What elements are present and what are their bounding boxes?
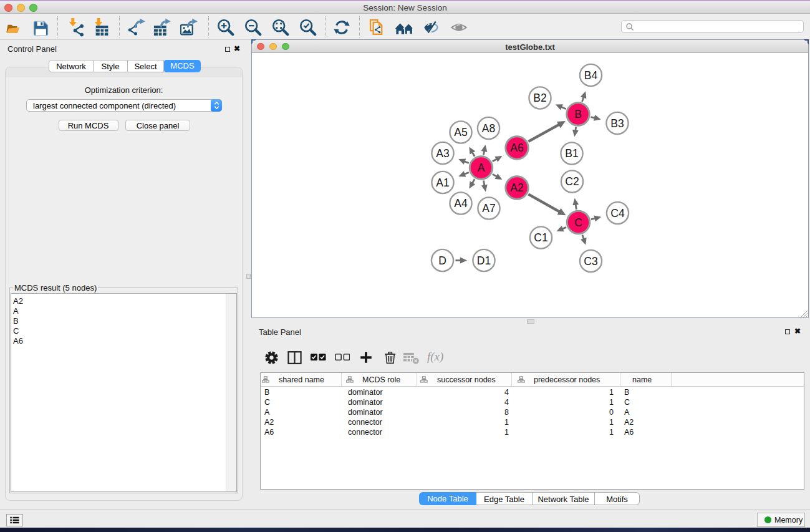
- svg-text:A1: A1: [436, 177, 449, 189]
- svg-text:C3: C3: [584, 255, 597, 268]
- svg-text:A4: A4: [454, 197, 468, 210]
- svg-text:C: C: [574, 216, 582, 229]
- svg-text:C4: C4: [610, 207, 625, 220]
- svg-text:A7: A7: [482, 202, 495, 215]
- svg-text:B: B: [574, 108, 582, 120]
- svg-text:B4: B4: [584, 69, 598, 82]
- svg-text:D: D: [438, 254, 446, 267]
- svg-text:B2: B2: [533, 92, 546, 104]
- svg-text:B1: B1: [565, 147, 578, 160]
- svg-text:A5: A5: [454, 126, 467, 138]
- svg-text:A3: A3: [436, 147, 449, 160]
- svg-text:A6: A6: [510, 142, 523, 154]
- svg-text:C1: C1: [534, 231, 547, 244]
- svg-text:C2: C2: [565, 175, 579, 188]
- svg-text:A: A: [478, 162, 485, 174]
- svg-text:B3: B3: [610, 117, 624, 130]
- svg-text:D1: D1: [477, 254, 491, 267]
- svg-text:A8: A8: [482, 122, 495, 135]
- svg-text:A2: A2: [510, 181, 523, 194]
